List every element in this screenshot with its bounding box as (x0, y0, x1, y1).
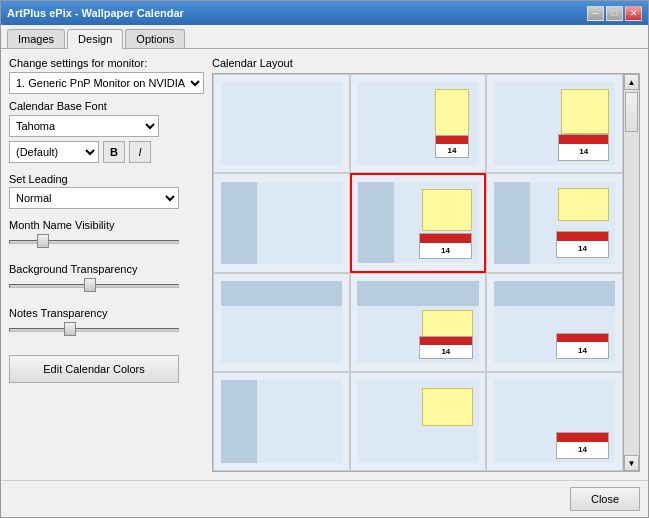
close-button[interactable]: ✕ (625, 6, 642, 21)
edit-colors-button[interactable]: Edit Calendar Colors (9, 355, 179, 383)
close-dialog-button[interactable]: Close (570, 487, 640, 511)
notes-transparency-section: Notes Transparency (9, 303, 204, 341)
mini-note (435, 89, 469, 139)
maximize-button[interactable]: □ (606, 6, 623, 21)
scroll-track[interactable] (624, 90, 639, 455)
mini-sidebar (358, 182, 394, 263)
scroll-down-button[interactable]: ▼ (624, 455, 639, 471)
layout-cell-10[interactable] (213, 372, 350, 471)
layout-cell-6[interactable]: 14 (486, 173, 623, 272)
footer: Close (1, 480, 648, 517)
mini-calendar: 14 (558, 134, 609, 160)
layout-cell-12[interactable]: 14 (486, 372, 623, 471)
mini-calendar: 14 (435, 135, 469, 158)
mini-top-bar (357, 281, 478, 306)
font-select[interactable]: Tahoma (9, 115, 159, 137)
main-window: ArtPlus ePix - Wallpaper Calendar ─ □ ✕ … (0, 0, 649, 518)
layout-cell-3[interactable]: 14 (486, 74, 623, 173)
font-style-select[interactable]: (Default) (9, 141, 99, 163)
mini-calendar: 14 (556, 333, 609, 359)
notes-transparency-track (9, 328, 179, 332)
mini-calendar: 14 (419, 336, 472, 359)
tab-design[interactable]: Design (67, 29, 123, 49)
monitor-select[interactable]: 1. Generic PnP Monitor on NVIDIA GeForce… (9, 72, 204, 94)
mini-note (422, 388, 473, 425)
mini-top-bar (221, 281, 342, 306)
calendar-grid: 14 14 (213, 74, 623, 471)
leading-section: Set Leading Normal (9, 169, 204, 209)
leading-select[interactable]: Normal (9, 187, 179, 209)
layout-cell-8[interactable]: 14 (350, 273, 487, 372)
layout-cell-11[interactable] (350, 372, 487, 471)
month-visibility-slider[interactable] (9, 233, 179, 251)
layout-cell-4[interactable] (213, 173, 350, 272)
bg-transparency-label: Background Transparency (9, 263, 204, 275)
bold-button[interactable]: B (103, 141, 125, 163)
notes-transparency-slider[interactable] (9, 321, 179, 339)
notes-transparency-thumb[interactable] (64, 322, 76, 336)
bg-transparency-slider[interactable] (9, 277, 179, 295)
tab-images[interactable]: Images (7, 29, 65, 48)
layout-cell-5[interactable]: 14 (350, 173, 487, 272)
scroll-up-button[interactable]: ▲ (624, 74, 639, 90)
month-visibility-section: Month Name Visibility (9, 215, 204, 253)
calendar-grid-wrapper: 14 14 (212, 73, 640, 472)
mini-note (561, 89, 609, 134)
window-controls: ─ □ ✕ (587, 6, 642, 21)
month-visibility-track (9, 240, 179, 244)
window-title: ArtPlus ePix - Wallpaper Calendar (7, 7, 184, 19)
font-label: Calendar Base Font (9, 100, 204, 112)
tab-options[interactable]: Options (125, 29, 185, 48)
month-visibility-label: Month Name Visibility (9, 219, 204, 231)
layout-cell-1[interactable] (213, 74, 350, 173)
monitor-label: Change settings for monitor: (9, 57, 204, 69)
mini-note (558, 188, 609, 221)
bg-transparency-thumb[interactable] (84, 278, 96, 292)
mini-sidebar (494, 182, 530, 265)
calendar-layout-label: Calendar Layout (212, 57, 640, 69)
notes-transparency-label: Notes Transparency (9, 307, 204, 319)
mini-calendar: 14 (419, 233, 472, 259)
mini-calendar: 14 (556, 432, 609, 458)
font-section: Calendar Base Font Tahoma (Default) B I (9, 100, 204, 163)
bg-transparency-section: Background Transparency (9, 259, 204, 297)
left-panel: Change settings for monitor: 1. Generic … (9, 57, 204, 472)
title-bar: ArtPlus ePix - Wallpaper Calendar ─ □ ✕ (1, 1, 648, 25)
mini-note (422, 189, 472, 231)
italic-button[interactable]: I (129, 141, 151, 163)
scroll-thumb[interactable] (625, 92, 638, 132)
tab-bar: Images Design Options (1, 25, 648, 49)
layout-cell-7[interactable] (213, 273, 350, 372)
leading-label: Set Leading (9, 173, 204, 185)
monitor-section: Change settings for monitor: 1. Generic … (9, 57, 204, 94)
layout-cell-2[interactable]: 14 (350, 74, 487, 173)
mini-calendar: 14 (556, 231, 609, 257)
main-content: Change settings for monitor: 1. Generic … (1, 49, 648, 480)
mini-sidebar (221, 182, 257, 265)
mini-top-bar (494, 281, 615, 306)
minimize-button[interactable]: ─ (587, 6, 604, 21)
mini-sidebar-bottom (221, 380, 257, 463)
vertical-scrollbar[interactable]: ▲ ▼ (623, 74, 639, 471)
month-visibility-thumb[interactable] (37, 234, 49, 248)
right-panel: Calendar Layout 14 (212, 57, 640, 472)
layout-cell-9[interactable]: 14 (486, 273, 623, 372)
